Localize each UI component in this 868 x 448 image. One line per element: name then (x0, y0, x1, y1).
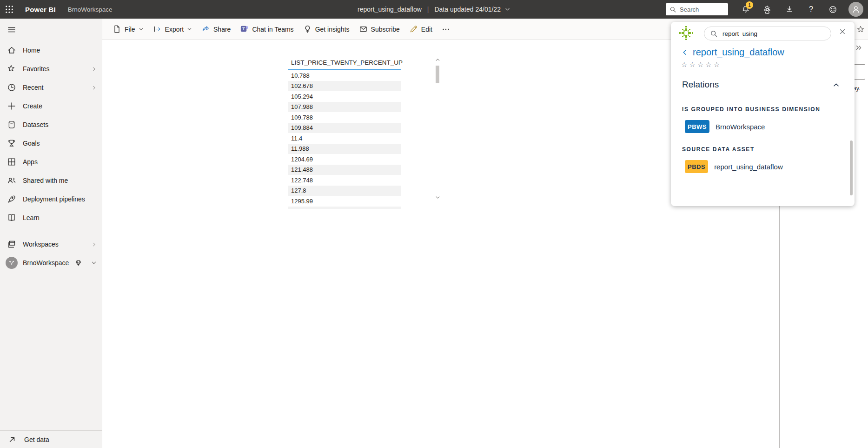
lightbulb-icon (303, 25, 312, 33)
relation-name[interactable]: report_using_dataflow (714, 163, 783, 171)
chat-in-teams-button[interactable]: T Chat in Teams (235, 22, 298, 37)
chevron-down-icon[interactable] (505, 7, 510, 12)
sidebar-item-goals[interactable]: Goals (0, 134, 102, 153)
global-search-box[interactable] (666, 3, 728, 15)
account-button[interactable] (844, 0, 868, 19)
notification-badge: 1 (746, 1, 753, 9)
ellipsis-icon (442, 25, 450, 33)
share-button[interactable]: Share (197, 22, 235, 37)
power-bi-app: Power BI BrnoWorkspace report_using_data… (0, 0, 868, 448)
sidebar-item-workspaces[interactable]: Workspaces (0, 235, 102, 254)
close-icon[interactable] (839, 28, 848, 37)
scroll-down-icon[interactable] (434, 195, 441, 201)
table-scrollbar[interactable] (434, 57, 441, 201)
table-row[interactable]: 10.788 (288, 70, 401, 81)
sidebar-divider (0, 231, 102, 231)
extension-search-box[interactable] (704, 27, 831, 40)
arrow-up-right-icon (8, 435, 16, 444)
sidebar-item-learn[interactable]: Learn (0, 208, 102, 227)
relation-item[interactable]: PBWS BrnoWorkspace (685, 120, 765, 133)
relation-item[interactable]: PBDS report_using_dataflow (685, 160, 783, 173)
asset-title-row: report_using_dataflow (681, 47, 784, 58)
title-separator: | (427, 6, 429, 13)
question-icon: ? (809, 5, 813, 13)
notifications-button[interactable]: 1 (735, 0, 756, 19)
collapse-section-icon[interactable] (833, 81, 840, 88)
pencil-icon (409, 25, 418, 33)
chevron-down-icon (139, 27, 144, 32)
get-insights-button[interactable]: Get insights (298, 22, 354, 37)
table-row[interactable]: 11.988 (288, 144, 401, 154)
edit-button[interactable]: Edit (404, 22, 437, 37)
app-launcher-button[interactable] (0, 0, 19, 19)
extension-search-input[interactable] (722, 30, 825, 37)
sidebar-item-label: BrnoWorkspace (23, 259, 69, 267)
global-search-input[interactable] (680, 6, 724, 13)
double-chevron-right-icon[interactable] (855, 44, 862, 51)
table-row-partial (288, 207, 401, 209)
scrollbar-thumb[interactable] (436, 66, 439, 83)
sidebar-item-label: Create (23, 102, 42, 110)
table-column-header[interactable]: LIST_PRICE_TWENTY_PERCENT_UP (288, 56, 401, 70)
back-chevron-icon[interactable] (681, 49, 688, 56)
more-options-button[interactable] (437, 22, 455, 37)
sidebar-item-favorites[interactable]: Favorites (0, 60, 102, 78)
sidebar-item-home[interactable]: Home (0, 41, 102, 60)
clock-icon (7, 83, 16, 92)
topbar-workspace-name[interactable]: BrnoWorkspace (68, 6, 113, 13)
chevron-right-icon[interactable] (92, 67, 97, 72)
rocket-icon (7, 194, 16, 204)
rating-stars[interactable]: ☆☆☆☆☆ (681, 60, 722, 69)
table-row[interactable]: 121.488 (288, 165, 401, 175)
sidebar-item-deployment-pipelines[interactable]: Deployment pipelines (0, 190, 102, 208)
data-updated-label[interactable]: Data updated 24/01/22 (434, 6, 500, 13)
sidebar-item-current-workspace[interactable]: BrnoWorkspace (0, 254, 102, 272)
table-row[interactable]: 11.4 (288, 133, 401, 144)
settings-button[interactable] (756, 0, 778, 19)
plus-icon (7, 101, 16, 111)
waffle-icon (5, 5, 13, 13)
sidebar-item-apps[interactable]: Apps (0, 153, 102, 171)
help-button[interactable]: ? (800, 0, 822, 19)
sidebar-item-create[interactable]: Create (0, 97, 102, 115)
powerbi-logo[interactable]: Power BI (25, 6, 56, 13)
download-button[interactable] (778, 0, 800, 19)
chevron-down-icon[interactable] (91, 260, 97, 266)
get-data-section: Get data (0, 430, 102, 448)
relation-name[interactable]: BrnoWorkspace (716, 123, 765, 131)
table-row[interactable]: 1204.69 (288, 154, 401, 165)
asset-title-link[interactable]: report_using_dataflow (693, 47, 784, 58)
chevron-right-icon[interactable] (92, 242, 97, 247)
get-data-button[interactable]: Get data (0, 431, 102, 448)
table-row[interactable]: 1295.99 (288, 196, 401, 207)
export-menu-button[interactable]: Export (148, 22, 197, 37)
table-row[interactable]: 122.748 (288, 175, 401, 186)
sidebar-item-datasets[interactable]: Datasets (0, 115, 102, 134)
export-icon (153, 25, 162, 33)
subscribe-button[interactable]: Subscribe (354, 22, 404, 37)
sidebar-item-recent[interactable]: Recent (0, 78, 102, 97)
people-icon (7, 176, 16, 185)
file-menu-button[interactable]: File (108, 22, 148, 37)
panel-scrollbar-thumb[interactable] (850, 140, 853, 195)
table-row[interactable]: 102.678 (288, 81, 401, 92)
asset-type-badge: PBDS (685, 160, 708, 173)
teams-icon: T (240, 25, 249, 33)
table-row[interactable]: 127.8 (288, 186, 401, 196)
table-row[interactable]: 109.788 (288, 112, 401, 123)
sidebar-item-label: Favorites (23, 65, 50, 73)
chevron-right-icon[interactable] (92, 85, 97, 90)
table-row[interactable]: 105.294 (288, 91, 401, 102)
report-title[interactable]: report_using_dataflow (358, 6, 422, 13)
feedback-button[interactable] (822, 0, 844, 19)
sidebar-item-label: Learn (23, 214, 40, 221)
get-insights-label: Get insights (315, 26, 350, 33)
sidebar-item-shared-with-me[interactable]: Shared with me (0, 171, 102, 190)
table-row[interactable]: 109.884 (288, 123, 401, 134)
relation-group-label: SOURCE DATA ASSET (682, 146, 755, 153)
search-icon (669, 6, 676, 13)
sidebar-collapse-button[interactable] (0, 19, 102, 41)
table-row[interactable]: 107.988 (288, 102, 401, 113)
favorite-report-star-icon[interactable] (856, 25, 865, 33)
scroll-up-icon[interactable] (434, 57, 441, 64)
